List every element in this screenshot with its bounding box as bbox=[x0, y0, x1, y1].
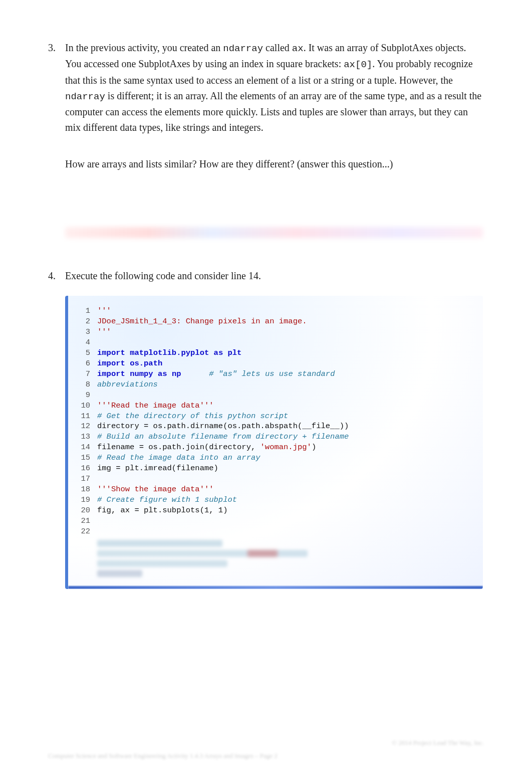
redacted-line bbox=[97, 570, 142, 577]
code-gutter: 12345678910111213141516171819202122 bbox=[73, 305, 97, 536]
code-line: '''Read the image data''' bbox=[97, 401, 477, 411]
item3-question: How are arrays and lists similar? How ar… bbox=[65, 156, 483, 172]
item3-text-frag2: called bbox=[263, 42, 292, 53]
line-number: 5 bbox=[73, 348, 90, 358]
code-line: ''' bbox=[97, 306, 477, 316]
code-content: '''JDoe_JSmith_1_4_3: Change pixels in a… bbox=[97, 305, 477, 536]
line-number: 10 bbox=[73, 401, 90, 411]
code-ax0: ax[0] bbox=[344, 59, 372, 70]
list-item-4: 4. Execute the following code and consid… bbox=[48, 268, 484, 589]
redacted-line bbox=[97, 550, 308, 557]
item-number-4: 4. bbox=[48, 268, 63, 284]
line-number: 14 bbox=[73, 442, 90, 453]
item4-text: Execute the following code and consider … bbox=[65, 270, 261, 281]
code-line: import os.path bbox=[97, 358, 477, 369]
code-line: # Build an absolute filename from direct… bbox=[97, 432, 477, 442]
item-body-4: Execute the following code and consider … bbox=[65, 268, 483, 589]
line-number: 21 bbox=[73, 516, 90, 526]
line-number: 18 bbox=[73, 484, 90, 495]
line-number: 2 bbox=[73, 316, 90, 327]
code-block: 12345678910111213141516171819202122 '''J… bbox=[65, 296, 483, 589]
code-line: JDoe_JSmith_1_4_3: Change pixels in an i… bbox=[97, 316, 477, 327]
line-number: 1 bbox=[73, 306, 90, 316]
list-item-3: 3. In the previous activity, you created… bbox=[48, 40, 484, 238]
copyright-text: © 2014 Project Lead The Way, Inc. bbox=[48, 739, 484, 747]
line-number: 6 bbox=[73, 358, 90, 369]
code-line: fig, ax = plt.subplots(1, 1) bbox=[97, 505, 477, 516]
code-ax: ax bbox=[292, 43, 304, 54]
code-line bbox=[97, 390, 477, 401]
page-footer: © 2014 Project Lead The Way, Inc. Comput… bbox=[48, 739, 484, 760]
code-line: filename = os.path.join(directory, 'woma… bbox=[97, 442, 477, 453]
code-ndarray-2: ndarray bbox=[65, 91, 105, 102]
line-number: 13 bbox=[73, 432, 90, 442]
code-line: directory = os.path.dirname(os.path.absp… bbox=[97, 421, 477, 432]
line-number: 16 bbox=[73, 463, 90, 474]
code-line: '''Show the image data''' bbox=[97, 484, 477, 495]
line-number: 4 bbox=[73, 337, 90, 348]
redacted-code-tail bbox=[73, 540, 477, 577]
line-number: 19 bbox=[73, 495, 90, 505]
line-number: 11 bbox=[73, 411, 90, 422]
code-line: # Create figure with 1 subplot bbox=[97, 495, 477, 505]
code-line: # Get the directory of this python scrip… bbox=[97, 411, 477, 422]
code-line: import numpy as np # "as" lets us use st… bbox=[97, 369, 477, 379]
item-body-3: In the previous activity, you created an… bbox=[65, 40, 483, 238]
code-line bbox=[97, 474, 477, 484]
code-line: ''' bbox=[97, 327, 477, 337]
line-number: 20 bbox=[73, 505, 90, 516]
item-number-3: 3. bbox=[48, 40, 63, 56]
line-number: 8 bbox=[73, 379, 90, 390]
line-number: 12 bbox=[73, 421, 90, 432]
code-line bbox=[97, 526, 477, 537]
footer-line-text: Computer Science and Software Engineerin… bbox=[48, 752, 484, 760]
redacted-strip bbox=[65, 227, 483, 238]
line-number: 9 bbox=[73, 390, 90, 401]
redacted-line bbox=[97, 560, 227, 567]
code-line: abbreviations bbox=[97, 379, 477, 390]
redacted-line bbox=[97, 540, 222, 547]
item3-text-frag1: In the previous activity, you created an bbox=[65, 42, 223, 53]
code-line bbox=[97, 337, 477, 348]
code-ndarray-1: ndarray bbox=[223, 43, 263, 54]
line-number: 17 bbox=[73, 474, 90, 484]
line-number: 22 bbox=[73, 526, 90, 537]
code-line: # Read the image data into an array bbox=[97, 453, 477, 463]
code-line bbox=[97, 516, 477, 526]
page: 3. In the previous activity, you created… bbox=[0, 0, 532, 780]
line-number: 15 bbox=[73, 453, 90, 463]
line-number: 3 bbox=[73, 327, 90, 337]
code-line: import matplotlib.pyplot as plt bbox=[97, 348, 477, 358]
code-line: img = plt.imread(filename) bbox=[97, 463, 477, 474]
line-number: 7 bbox=[73, 369, 90, 379]
item3-text-frag5: is different; it is an array. All the el… bbox=[65, 90, 481, 133]
